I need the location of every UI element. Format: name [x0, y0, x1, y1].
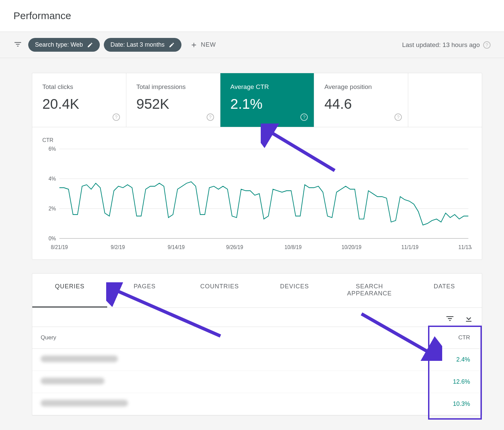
pencil-icon: [169, 42, 175, 48]
svg-text:4%: 4%: [49, 176, 56, 182]
last-updated-text: Last updated: 13 hours ago: [402, 41, 480, 49]
query-cell: [41, 400, 430, 408]
svg-text:2%: 2%: [49, 205, 56, 211]
header-bar: Performance: [0, 0, 504, 32]
svg-text:9/26/19: 9/26/19: [226, 244, 243, 250]
help-icon[interactable]: ?: [113, 113, 120, 121]
metric-average-position[interactable]: Average position 44.6 ?: [314, 73, 408, 127]
metric-ctr-value: 2.1%: [230, 96, 304, 112]
chip-date-range-label: Date: Last 3 months: [111, 41, 165, 48]
metrics-row: Total clicks 20.4K ? Total impressions 9…: [32, 73, 482, 127]
ctr-cell: 2.4%: [430, 356, 482, 363]
tab-pages[interactable]: PAGES: [107, 274, 182, 307]
last-updated: Last updated: 13 hours ago ?: [402, 41, 491, 49]
performance-card: Total clicks 20.4K ? Total impressions 9…: [32, 73, 482, 260]
metric-total-impressions[interactable]: Total impressions 952K ?: [126, 73, 220, 127]
svg-text:10/8/19: 10/8/19: [285, 244, 302, 250]
query-cell: [41, 355, 430, 364]
new-filter-button[interactable]: NEW: [185, 39, 221, 51]
tab-search-appearance[interactable]: SEARCH APPEARANCE: [332, 274, 407, 307]
query-cell: [41, 378, 430, 386]
tab-countries[interactable]: COUNTRIES: [182, 274, 257, 307]
table-body: 2.4%12.6%10.3%: [32, 349, 482, 415]
new-filter-label: NEW: [201, 41, 216, 48]
redacted-query: [41, 378, 104, 384]
help-icon[interactable]: ?: [483, 41, 491, 49]
page-title: Performance: [13, 10, 71, 21]
ctr-line-chart: 0%2%4%6%8/21/199/2/199/14/199/26/1910/8/…: [42, 145, 472, 253]
metric-clicks-value: 20.4K: [42, 96, 116, 112]
chip-search-type[interactable]: Search type: Web: [28, 38, 100, 52]
svg-text:8/21/19: 8/21/19: [51, 244, 68, 250]
col-query: Query: [41, 334, 430, 341]
ctr-cell: 10.3%: [430, 400, 482, 408]
queries-card: QUERIES PAGES COUNTRIES DEVICES SEARCH A…: [32, 273, 482, 416]
chip-search-type-label: Search type: Web: [35, 41, 83, 48]
metric-clicks-label: Total clicks: [42, 83, 116, 91]
redacted-query: [41, 355, 118, 362]
metric-impressions-value: 952K: [136, 96, 210, 112]
metric-impressions-label: Total impressions: [136, 83, 210, 91]
table-row[interactable]: 12.6%: [32, 371, 482, 393]
tab-devices[interactable]: DEVICES: [257, 274, 332, 307]
table-filter-icon[interactable]: [445, 314, 455, 325]
metric-average-ctr[interactable]: Average CTR 2.1% ?: [220, 73, 314, 127]
table-header: Query CTR: [32, 327, 482, 349]
metric-total-clicks[interactable]: Total clicks 20.4K ?: [32, 73, 126, 127]
chart-y-label: CTR: [42, 137, 472, 143]
svg-text:10/20/19: 10/20/19: [341, 244, 361, 250]
filter-list-icon[interactable]: [13, 40, 22, 50]
tabs-row: QUERIES PAGES COUNTRIES DEVICES SEARCH A…: [32, 274, 482, 308]
metric-position-label: Average position: [324, 83, 398, 91]
svg-text:9/14/19: 9/14/19: [168, 244, 185, 250]
metric-position-value: 44.6: [324, 96, 398, 112]
plus-icon: [190, 41, 198, 49]
help-icon[interactable]: ?: [300, 113, 308, 121]
svg-text:0%: 0%: [49, 235, 56, 241]
redacted-query: [41, 400, 128, 407]
main-content: Total clicks 20.4K ? Total impressions 9…: [0, 58, 504, 416]
help-icon[interactable]: ?: [394, 113, 402, 121]
help-icon[interactable]: ?: [207, 113, 214, 121]
metric-ctr-label: Average CTR: [230, 83, 304, 91]
table-row[interactable]: 2.4%: [32, 349, 482, 371]
svg-text:11/1/19: 11/1/19: [402, 244, 419, 250]
table-row[interactable]: 10.3%: [32, 393, 482, 415]
tab-dates[interactable]: DATES: [407, 274, 482, 307]
svg-text:9/2/19: 9/2/19: [111, 244, 125, 250]
download-icon[interactable]: [464, 314, 473, 325]
svg-text:11/13/19: 11/13/19: [458, 244, 472, 250]
col-ctr: CTR: [430, 334, 482, 341]
table-toolbar: [32, 308, 482, 327]
ctr-cell: 12.6%: [430, 378, 482, 385]
tab-queries[interactable]: QUERIES: [32, 274, 107, 307]
pencil-icon: [87, 42, 93, 48]
filter-bar: Search type: Web Date: Last 3 months NEW…: [0, 32, 504, 58]
chip-date-range[interactable]: Date: Last 3 months: [104, 38, 181, 52]
chart-area: CTR 0%2%4%6%8/21/199/2/199/14/199/26/191…: [32, 127, 482, 259]
svg-text:6%: 6%: [49, 146, 56, 152]
